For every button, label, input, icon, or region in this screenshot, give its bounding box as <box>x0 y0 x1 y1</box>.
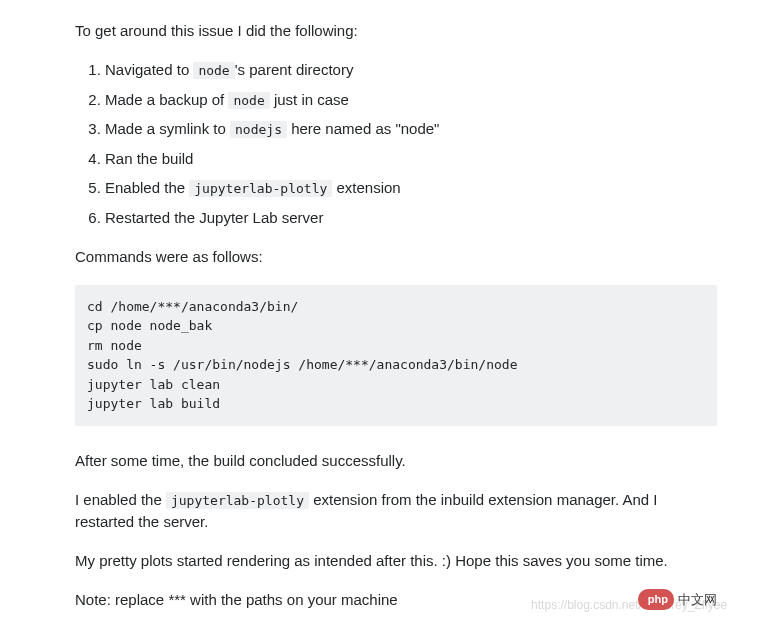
paragraph: My pretty plots started rendering as int… <box>75 550 717 573</box>
list-item: Navigated to node's parent directory <box>105 59 717 82</box>
cn-text: 中文网 <box>678 590 717 610</box>
commands-intro: Commands were as follows: <box>75 246 717 269</box>
code-inline: node <box>228 92 269 109</box>
paragraph: I enabled the jupyterlab-plotly extensio… <box>75 489 717 534</box>
code-inline: jupyterlab-plotly <box>189 180 332 197</box>
list-item: Made a symlink to nodejs here named as "… <box>105 118 717 141</box>
intro-paragraph: To get around this issue I did the follo… <box>75 20 717 43</box>
php-badge-icon: php <box>638 589 674 611</box>
list-item: Made a backup of node just in case <box>105 89 717 112</box>
list-item: Ran the build <box>105 148 717 171</box>
php-cn-watermark: php 中文网 <box>638 589 717 611</box>
steps-list: Navigated to node's parent directory Mad… <box>75 59 717 229</box>
list-item: Restarted the Jupyter Lab server <box>105 207 717 230</box>
code-inline: nodejs <box>230 121 287 138</box>
code-inline: jupyterlab-plotly <box>166 492 309 509</box>
code-inline: node <box>193 62 234 79</box>
answer-body: To get around this issue I did the follo… <box>0 0 757 628</box>
paragraph: After some time, the build concluded suc… <box>75 450 717 473</box>
list-item: Enabled the jupyterlab-plotly extension <box>105 177 717 200</box>
code-block: cd /home/***/anaconda3/bin/ cp node node… <box>75 285 717 426</box>
